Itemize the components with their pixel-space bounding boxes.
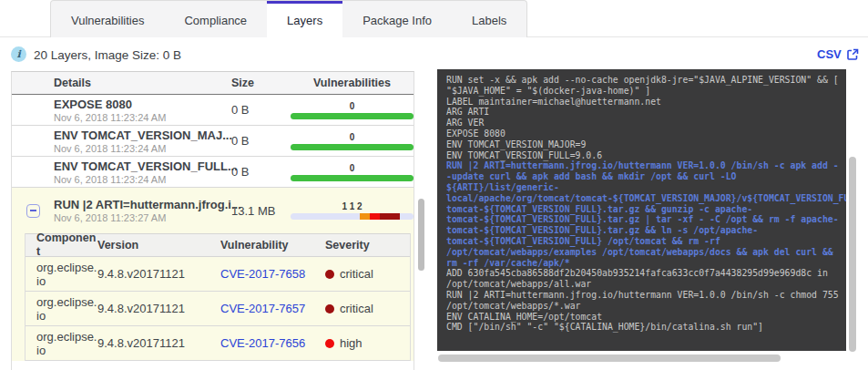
csv-label: CSV — [817, 47, 842, 61]
code-line: /opt/tomcat/webapps/all.war — [446, 279, 846, 290]
table-row-expanded[interactable]: RUN |2 ARTI=huttermann.jfrog.i... Nov 6,… — [12, 188, 414, 233]
vulnerability-bar-clean — [291, 113, 414, 119]
vulnerability-bar-severity — [291, 213, 414, 220]
severity-dot — [325, 270, 334, 279]
layer-command: ENV TOMCAT_VERSION_MAJ... — [54, 128, 231, 142]
cve-row: org.eclipse.io 9.4.8.v20171121 CVE-2017-… — [26, 257, 410, 292]
component-version: 9.4.8.v20171121 — [97, 336, 220, 350]
cve-link[interactable]: CVE-2017-7656 — [220, 336, 305, 350]
column-header-vulnerability: Vulnerability — [220, 239, 325, 252]
dockerfile-vertical-scrollbar[interactable] — [849, 157, 856, 352]
vuln-bar-segments — [360, 213, 400, 220]
code-line: tomcat-${TOMCAT_VERSION_FULL}.tar.gz && … — [446, 204, 846, 215]
tabbar: Vulnerabilities Compliance Layers Packag… — [50, 0, 527, 37]
dockerfile-code: RUN set -x && apk add --no-cache openjdk… — [446, 75, 846, 333]
table-row[interactable]: ENV TOMCAT_VERSION_FULL... Nov 6, 2018 1… — [12, 157, 414, 188]
severity-label: high — [340, 336, 363, 350]
vulnerability-counts: 1 1 2 — [342, 201, 362, 211]
layer-command: EXPOSE 8080 — [54, 98, 231, 111]
column-header-severity: Severity — [325, 239, 412, 252]
column-header-size: Size — [231, 77, 289, 89]
code-line: ENV CATALINA_HOME=/opt/tomcat — [446, 312, 846, 323]
layer-date: Nov 6, 2018 11:23:27 AM — [54, 212, 231, 223]
code-line: ENV TOMCAT_VERSION_MAJOR=9 — [446, 139, 846, 150]
code-line: ENV TOMCAT_VERSION_FULL=9.0.6 — [446, 150, 846, 161]
vulnerability-count: 0 — [350, 101, 355, 111]
code-line: /opt/tomcat/webapps/*.war — [446, 301, 846, 312]
code-line: rm -rf /var/cache/apk/* — [446, 258, 846, 269]
layer-date: Nov 6, 2018 11:23:24 AM — [54, 174, 231, 185]
tab-vulnerabilities[interactable]: Vulnerabilities — [51, 1, 164, 37]
collapse-button[interactable] — [26, 204, 40, 218]
severity-label: critical — [340, 302, 373, 315]
component-version: 9.4.8.v20171121 — [97, 267, 220, 281]
layer-date: Nov 6, 2018 11:23:24 AM — [54, 112, 231, 123]
vulnerability-bar-clean — [291, 144, 414, 150]
code-line: ${ARTI}/list/generic- — [446, 182, 846, 193]
tab-layers[interactable]: Layers — [267, 1, 342, 37]
layer-size: 0 B — [231, 134, 289, 148]
layers-table-header: Details Size Vulnerabilities — [12, 72, 414, 95]
cve-table: Component Version Vulnerability Severity… — [25, 233, 411, 361]
severity-dot — [325, 304, 334, 313]
cve-row: org.eclipse.io 9.4.8.v20171121 CVE-2017-… — [26, 292, 410, 326]
column-header-details: Details — [54, 77, 231, 89]
vulnerability-bar-clean — [291, 175, 414, 181]
layers-table-scrollbar[interactable] — [418, 199, 424, 271]
minus-icon — [30, 210, 36, 211]
layer-date: Nov 6, 2018 11:23:24 AM — [54, 143, 231, 154]
layers-table: Details Size Vulnerabilities EXPOSE 8080… — [11, 71, 414, 370]
tab-package-info[interactable]: Package Info — [342, 1, 452, 37]
code-line: ARG VER — [446, 118, 846, 128]
export-icon — [846, 48, 859, 61]
code-line: -update curl && apk add bash && mkdir /o… — [446, 171, 846, 182]
component-name: org.eclipse.io — [26, 295, 97, 323]
column-header-component: Component — [26, 231, 97, 259]
dockerfile-horizontal-scrollbar[interactable] — [438, 355, 781, 362]
code-line: tomcat-${TOMCAT_VERSION_FULL}.tar.gz && … — [446, 225, 846, 236]
layer-size: 13.1 MB — [231, 204, 289, 218]
component-name: org.eclipse.io — [26, 261, 97, 288]
layer-command: RUN |2 ARTI=huttermann.jfrog.i... — [54, 198, 231, 211]
layer-size: 0 B — [231, 165, 289, 179]
vulnerability-count: 0 — [350, 163, 355, 173]
csv-export-link[interactable]: CSV — [817, 47, 859, 61]
layer-size: 0 B — [231, 103, 289, 117]
severity-label: critical — [340, 267, 373, 281]
table-row[interactable]: ENV TOMCAT_VERSION_MAJ... Nov 6, 2018 11… — [12, 126, 414, 157]
code-line: ADD 630fa545cba86588df2b20450ab935214faf… — [446, 268, 846, 279]
code-line: RUN |2 ARTI=huttermann.jfrog.io/hutterma… — [446, 160, 846, 171]
code-line: LABEL maintainer=michael@huettermann.net — [446, 97, 846, 108]
layers-screen: Vulnerabilities Compliance Layers Packag… — [0, 0, 868, 370]
info-icon: i — [11, 46, 26, 62]
component-version: 9.4.8.v20171121 — [97, 302, 220, 315]
component-name: org.eclipse.io — [26, 330, 97, 357]
cve-link[interactable]: CVE-2017-7657 — [220, 302, 305, 315]
cve-table-header: Component Version Vulnerability Severity — [26, 233, 410, 257]
code-line: tomcat-${TOMCAT_VERSION_FULL}.tar.gz | t… — [446, 214, 846, 225]
layer-command: ENV TOMCAT_VERSION_FULL... — [54, 159, 231, 173]
code-line: EXPOSE 8080 — [446, 128, 846, 139]
layers-summary-text: 20 Layers, Image Size: 0 B — [34, 48, 181, 62]
code-line: RUN set -x && apk add --no-cache openjdk… — [446, 75, 846, 86]
code-line: RUN |2 ARTI=huttermann.jfrog.io/hutterma… — [446, 290, 846, 301]
tab-compliance[interactable]: Compliance — [164, 1, 267, 37]
code-line: local/apache/org/tomcat/tomcat-${TOMCAT_… — [446, 193, 846, 204]
tab-labels[interactable]: Labels — [452, 1, 526, 37]
column-header-version: Version — [97, 239, 220, 252]
code-line: CMD ["/bin/sh" "-c" "${CATALINA_HOME}/bi… — [446, 322, 846, 333]
dockerfile-panel[interactable]: RUN set -x && apk add --no-cache openjdk… — [437, 69, 846, 351]
code-line: /opt/tomcat/webapps/examples /opt/tomcat… — [446, 247, 846, 258]
cve-link[interactable]: CVE-2017-7658 — [220, 267, 305, 281]
table-row[interactable]: EXPOSE 8080 Nov 6, 2018 11:23:24 AM 0 B … — [12, 95, 414, 126]
code-line: ARG ARTI — [446, 107, 846, 118]
severity-dot — [325, 339, 334, 348]
cve-row: org.eclipse.io 9.4.8.v20171121 CVE-2017-… — [26, 326, 410, 361]
column-header-vulnerabilities: Vulnerabilities — [289, 77, 414, 89]
vulnerability-count: 0 — [350, 132, 355, 142]
code-line: "$JAVA_HOME" = "$(docker-java-home)" ] — [446, 86, 846, 97]
code-line: tomcat-${TOMCAT_VERSION_FULL} /opt/tomca… — [446, 236, 846, 247]
expanded-layer-block: RUN |2 ARTI=huttermann.jfrog.i... Nov 6,… — [12, 188, 414, 361]
